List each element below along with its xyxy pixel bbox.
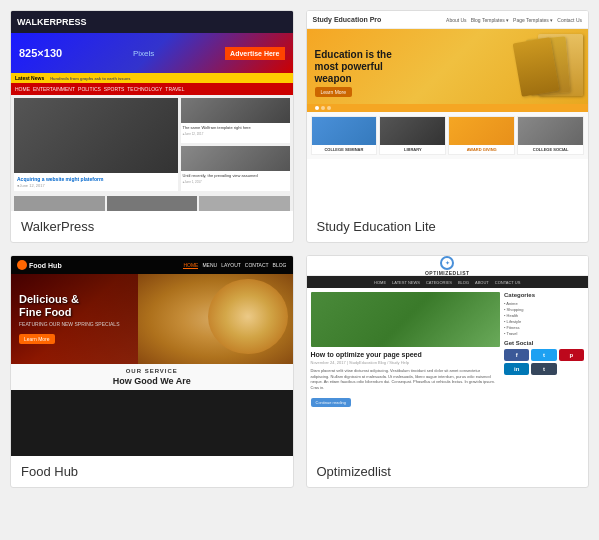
opt-nav-home: HOME: [374, 280, 386, 285]
wp-nav-home: HOME: [15, 86, 30, 92]
study-dot-3: [327, 106, 331, 110]
study-nav-4: Contact Us: [557, 17, 582, 23]
study-dot-1: [315, 106, 319, 110]
opt-nav-blog: BLOG: [458, 280, 469, 285]
theme-card-foodhub[interactable]: Food Hub HOME MENU LAYOUT CONTACT BLOG: [10, 255, 294, 488]
wp-banner-subtitle: Pixels: [133, 49, 154, 58]
opt-nav-latest: LATEST NEWS: [392, 280, 420, 285]
opt-article-body: Diam placerat velit vitae dictumst adipi…: [311, 368, 501, 390]
opt-article-title: How to optimize your page speed: [311, 351, 501, 358]
theme-card-study[interactable]: Study Education Pro About Us Blog Templa…: [306, 10, 590, 243]
opt-logo-icon: [440, 256, 454, 270]
wp-nav-trv: TRAVEL: [165, 86, 184, 92]
opt-social-pinterest: p: [559, 349, 584, 361]
opt-cat-health: • Health: [504, 313, 584, 318]
opt-cat-anime: • Anime: [504, 301, 584, 306]
study-card-social: COLLEGE SOCIAL: [517, 116, 584, 155]
wp-banner-ad: Advertise Here: [225, 47, 284, 60]
walkerpress-preview: WALKERPRESS 825×130 Pixels Advertise Her…: [11, 11, 293, 211]
opt-social-tumblr: t: [531, 363, 556, 375]
opt-social-facebook: f: [504, 349, 529, 361]
study-logo: Study Education Pro: [313, 16, 382, 23]
opt-article-image: [311, 292, 501, 347]
opt-social-twitter: t: [531, 349, 556, 361]
study-nav-3: Page Templates ▾: [513, 17, 553, 23]
optimizedlist-label[interactable]: Optimizedlist: [307, 456, 589, 487]
wp-ticker-news: Hundreds from graphs ask to earth issues: [50, 76, 130, 81]
study-label[interactable]: Study Education Lite: [307, 211, 589, 242]
wp-ticker: Latest News: [15, 75, 44, 81]
wp-nav-spt: SPORTS: [104, 86, 124, 92]
food-nav-home: HOME: [183, 262, 198, 269]
opt-read-more-btn[interactable]: Continue reading: [311, 398, 351, 407]
theme-card-walkerpress[interactable]: WALKERPRESS 825×130 Pixels Advertise Her…: [10, 10, 294, 243]
study-learn-more-btn[interactable]: Learn More: [315, 87, 353, 97]
food-hero-title: Delicious &Fine Food: [19, 293, 119, 319]
food-services-label: OUR SERVICE: [15, 368, 289, 374]
opt-social-title: Get Social: [504, 340, 584, 346]
food-hero-subtitle: FEATURING OUR NEW SPRING SPECIALS: [19, 321, 119, 327]
opt-nav-cat: CATEGORIES: [426, 280, 452, 285]
study-preview: Study Education Pro About Us Blog Templa…: [307, 11, 589, 211]
opt-cat-fitness: • Fitness: [504, 325, 584, 330]
opt-nav-about: ABOUT: [475, 280, 489, 285]
wp-nav-tec: TECHNOLOGY: [127, 86, 162, 92]
wp-nav-ent: ENTERTAINMENT: [33, 86, 75, 92]
study-nav-2: Blog Templates ▾: [471, 17, 509, 23]
theme-card-optimizedlist[interactable]: OPTIMIZEDLIST HOME LATEST NEWS CATEGORIE…: [306, 255, 590, 488]
study-hero-text: Education is themost powerfulweapon: [315, 49, 392, 85]
themes-grid: WALKERPRESS 825×130 Pixels Advertise Her…: [10, 10, 589, 488]
study-card-seminar: COLLEGE SEMINAR: [311, 116, 378, 155]
foodhub-preview: Food Hub HOME MENU LAYOUT CONTACT BLOG: [11, 256, 293, 456]
food-nav-blog: BLOG: [273, 262, 287, 269]
food-services-title-text: How Good We Are: [15, 376, 289, 386]
food-nav-contact: CONTACT: [245, 262, 269, 269]
opt-social-linkedin: in: [504, 363, 529, 375]
opt-cat-lifestyle: • Lifestyle: [504, 319, 584, 324]
opt-logo-text: OPTIMIZEDLIST: [425, 270, 470, 276]
opt-article-date: November 24, 2017 | StudyEducation Blog …: [311, 360, 501, 365]
opt-cat-travel: • Travel: [504, 331, 584, 336]
food-logo-icon: [17, 260, 27, 270]
food-nav-layout: LAYOUT: [221, 262, 241, 269]
foodhub-label[interactable]: Food Hub: [11, 456, 293, 487]
food-learn-more-btn[interactable]: Learn More: [19, 334, 55, 344]
walkerpress-label[interactable]: WalkerPress: [11, 211, 293, 242]
study-card-award: AWARD GIVING: [448, 116, 515, 155]
study-card-library: LIBRARY: [379, 116, 446, 155]
walkerpress-logo: WALKERPRESS: [17, 17, 87, 27]
wp-nav-pol: POLITICS: [78, 86, 101, 92]
optimizedlist-preview: OPTIMIZEDLIST HOME LATEST NEWS CATEGORIE…: [307, 256, 589, 456]
food-logo-text: Food Hub: [29, 262, 62, 269]
study-nav-1: About Us: [446, 17, 467, 23]
wp-banner-size: 825×130: [19, 47, 62, 59]
food-nav-menu: MENU: [202, 262, 217, 269]
study-dot-2: [321, 106, 325, 110]
opt-nav-contact: CONTACT US: [495, 280, 521, 285]
opt-categories-title: Categories: [504, 292, 584, 298]
opt-cat-shopping: • Shopping: [504, 307, 584, 312]
